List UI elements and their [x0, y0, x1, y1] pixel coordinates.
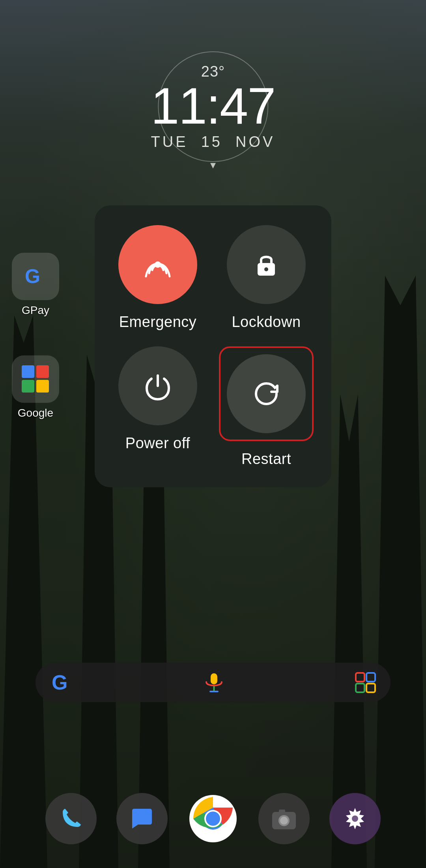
- dock-chrome-button[interactable]: [187, 793, 239, 844]
- gpay-icon: G: [12, 253, 59, 300]
- power-off-circle: [118, 346, 197, 425]
- svg-rect-5: [211, 673, 217, 684]
- svg-rect-10: [356, 684, 364, 692]
- sidebar-item-google[interactable]: Google: [12, 355, 59, 419]
- emergency-label: Emergency: [119, 314, 197, 331]
- sidebar-item-gpay[interactable]: G GPay: [12, 253, 59, 317]
- power-off-button[interactable]: Power off: [112, 346, 203, 468]
- svg-text:G: G: [25, 265, 40, 287]
- dock-settings-button[interactable]: [329, 793, 381, 844]
- lockdown-label: Lockdown: [232, 314, 301, 331]
- svg-rect-8: [356, 673, 364, 682]
- svg-point-15: [206, 812, 220, 826]
- dock-camera-button[interactable]: [258, 793, 310, 844]
- lens-icon[interactable]: [355, 672, 376, 693]
- dock-phone-button[interactable]: [45, 793, 97, 844]
- power-menu: Emergency Lockdown Power off: [95, 205, 331, 487]
- restart-label: Restart: [241, 451, 291, 468]
- svg-point-21: [352, 815, 358, 822]
- app-dock: [45, 793, 381, 844]
- lockdown-circle: [227, 225, 306, 304]
- restart-button[interactable]: Restart: [219, 346, 314, 468]
- search-bar[interactable]: G: [36, 663, 390, 702]
- emergency-button[interactable]: Emergency: [112, 225, 203, 331]
- svg-point-18: [280, 817, 288, 825]
- svg-rect-11: [366, 684, 375, 692]
- google-search-icon: G: [50, 671, 73, 694]
- emergency-circle: [118, 225, 197, 304]
- google-icon: [12, 355, 59, 403]
- svg-text:G: G: [52, 671, 67, 694]
- clock-circle-decoration: [158, 51, 268, 162]
- dock-messages-button[interactable]: [116, 793, 168, 844]
- lockdown-button[interactable]: Lockdown: [219, 225, 314, 331]
- svg-rect-19: [279, 810, 285, 814]
- mic-icon[interactable]: [203, 672, 225, 693]
- restart-selected-border: [219, 346, 314, 441]
- gpay-label: GPay: [22, 304, 49, 317]
- svg-rect-9: [366, 673, 375, 682]
- google-label: Google: [18, 407, 53, 419]
- svg-point-3: [264, 267, 268, 271]
- restart-circle: [227, 354, 306, 433]
- clock-widget: 23° 11:47 TUE 15 NOV ▾: [151, 63, 275, 171]
- power-off-label: Power off: [125, 435, 190, 452]
